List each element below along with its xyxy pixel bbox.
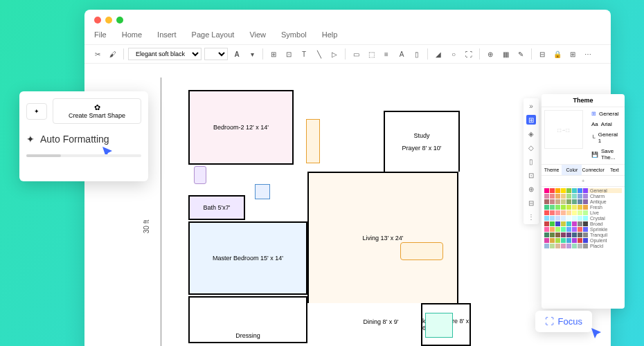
palette-row[interactable]: Sprinkle <box>544 227 622 232</box>
focus-button[interactable]: ⛶ Focus <box>535 311 592 332</box>
text-icon[interactable]: T <box>298 48 310 60</box>
menu-help[interactable]: Help <box>322 30 338 39</box>
furniture-icon <box>306 119 320 163</box>
image-icon[interactable]: ▦ <box>499 48 512 60</box>
theme-opt-arial[interactable]: AaArial <box>587 119 623 129</box>
room-study[interactable]: Study Prayer 8' x 10' <box>384 111 460 172</box>
room-dressing[interactable]: Dressing <box>188 296 307 343</box>
lock-icon[interactable]: 🔒 <box>551 48 564 60</box>
sparkle-icon[interactable]: ✦ <box>26 103 47 120</box>
grid-icon[interactable]: ⊞ <box>566 48 579 60</box>
theme-opt-general1[interactable]: └General 1 <box>587 129 623 146</box>
text-icon[interactable]: A <box>395 48 408 60</box>
settings-icon[interactable]: ⊟ <box>526 198 536 208</box>
toolbar: ✂ 🖌 Elegant soft black 12 A ▾ ⊞ ⊡ T ╲ ▷ … <box>84 44 611 64</box>
fill-icon[interactable]: ◢ <box>432 48 445 60</box>
shape-icon[interactable]: ○ <box>447 48 460 60</box>
theme-preview[interactable]: ⬚→⬚ <box>544 110 583 149</box>
close-icon[interactable] <box>94 17 101 24</box>
palette-row[interactable]: Tranquil <box>544 233 622 237</box>
size-select[interactable]: 12 <box>204 48 228 60</box>
collapse-icon[interactable]: » <box>526 101 536 111</box>
label: Create Smart Shape <box>59 112 135 119</box>
tab-theme[interactable]: Theme <box>542 165 562 175</box>
menu-insert[interactable]: Insert <box>157 30 177 39</box>
grid-icon[interactable]: ⊞ <box>526 115 536 125</box>
font-select[interactable]: Elegant soft black <box>128 48 202 60</box>
palette-row[interactable]: Broad <box>544 221 622 226</box>
ruler-label: 30 ft <box>143 220 150 233</box>
align-icon[interactable]: ≡ <box>380 48 393 60</box>
theme-title: Theme <box>542 94 625 107</box>
theme-opt-save[interactable]: 💾Save The... <box>587 146 623 163</box>
line-icon[interactable]: ╲ <box>313 48 325 60</box>
menu-view[interactable]: View <box>249 30 266 39</box>
furniture-icon <box>425 313 453 338</box>
maximize-icon[interactable] <box>116 17 123 24</box>
room-bath[interactable]: Bath 5'x7' <box>188 195 245 220</box>
menu-symbol[interactable]: Symbol <box>281 30 307 39</box>
pen-icon[interactable]: ✎ <box>515 48 527 60</box>
window-controls <box>84 10 611 28</box>
sparkle-icon: ✦ <box>26 134 35 145</box>
label: Auto Formatting <box>40 134 109 145</box>
room-bedroom2[interactable]: Bedroom-2 12' x 14' <box>188 90 294 165</box>
label: Study <box>413 132 429 139</box>
pointer-icon[interactable]: ▷ <box>328 48 341 60</box>
palette-row[interactable]: Placid <box>544 244 622 248</box>
more-icon[interactable]: ⋮ <box>526 212 536 221</box>
tab-connector[interactable]: Connector <box>582 165 604 175</box>
bold-icon[interactable]: A <box>231 48 243 60</box>
room-master[interactable]: Master Bedroom 15' x 14' <box>188 221 307 295</box>
crop-icon[interactable]: ⛶ <box>463 48 475 60</box>
ruler-v <box>161 78 161 346</box>
label: Prayer 8' x 10' <box>402 145 442 152</box>
tl-icon[interactable]: ⊡ <box>283 48 295 60</box>
sofa-icon <box>400 242 443 260</box>
palette-row[interactable]: Opulent <box>544 238 622 243</box>
theme-opt-general[interactable]: ⊞General <box>587 109 623 119</box>
more-icon[interactable]: ⋯ <box>582 48 594 60</box>
shape-icon[interactable]: ▯ <box>411 48 423 60</box>
layers-icon[interactable]: ◇ <box>526 143 536 152</box>
tl-icon[interactable]: ⊟ <box>536 48 548 60</box>
room-dining[interactable]: Dining 8' x 9' <box>345 303 417 340</box>
palette-row[interactable]: Fresh <box>544 205 622 210</box>
add-palette-button[interactable]: + <box>542 176 625 187</box>
menu-home[interactable]: Home <box>122 30 142 39</box>
page-icon[interactable]: ⊡ <box>526 170 536 180</box>
palette-row[interactable]: Live <box>544 210 622 215</box>
layers-icon[interactable]: ◈ <box>526 129 536 138</box>
menu-layout[interactable]: Page Layout <box>192 30 235 39</box>
palette-list: GeneralCharmAntiqueFreshLiveCrystalBroad… <box>542 187 625 251</box>
room-living[interactable]: Living 13' x 24' <box>307 172 458 303</box>
palette-row[interactable]: Crystal <box>544 216 622 221</box>
tl-icon[interactable]: ⊞ <box>267 48 280 60</box>
menu-file[interactable]: File <box>94 30 107 39</box>
slider[interactable] <box>26 154 141 157</box>
minimize-icon[interactable] <box>105 17 112 24</box>
floor-plan: Bedroom-2 12' x 14' Study Prayer 8' x 10… <box>188 78 542 346</box>
sink-icon <box>255 184 270 199</box>
palette-row[interactable]: General <box>544 188 622 193</box>
auto-format-panel: ✦ ✿ Create Smart Shape ✦ Auto Formatting <box>19 91 148 181</box>
page-icon[interactable]: ▯ <box>526 156 536 166</box>
shape-icon[interactable]: ▭ <box>350 48 362 60</box>
comment-icon[interactable]: ⊕ <box>526 184 536 194</box>
auto-formatting-row[interactable]: ✦ Auto Formatting <box>26 134 141 145</box>
color-icon[interactable]: ▾ <box>246 48 258 60</box>
search-icon[interactable]: ⊕ <box>484 48 497 60</box>
palette-row[interactable]: Charm <box>544 194 622 199</box>
cut-icon[interactable]: ✂ <box>91 48 104 60</box>
cursor-icon <box>101 145 115 159</box>
shape-icon[interactable]: ⬚ <box>365 48 377 60</box>
tab-color[interactable]: Color <box>562 165 582 175</box>
paint-icon[interactable]: 🖌 <box>107 48 119 60</box>
side-toolbar: » ⊞ ◈ ◇ ▯ ⊡ ⊕ ⊟ ⋮ <box>524 98 539 224</box>
focus-icon: ⛶ <box>545 316 554 327</box>
menubar: File Home Insert Page Layout View Symbol… <box>84 28 611 44</box>
tab-text[interactable]: Text <box>605 165 625 175</box>
create-smart-shape-button[interactable]: ✿ Create Smart Shape <box>53 98 141 124</box>
palette-row[interactable]: Antique <box>544 199 622 204</box>
cursor-icon <box>590 327 604 340</box>
